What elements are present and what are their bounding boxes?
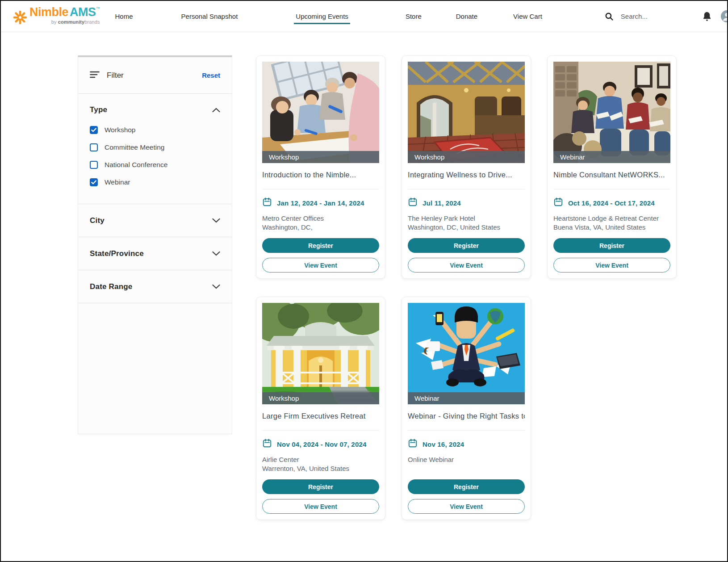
- user-avatar[interactable]: [721, 10, 728, 22]
- filter-option-committee-meeting[interactable]: Committee Meeting: [90, 142, 220, 153]
- divider: [262, 189, 379, 189]
- event-type-badge: Webinar: [408, 392, 525, 404]
- nav-item-view-cart[interactable]: View Cart: [513, 1, 542, 32]
- location-line2: Buena Vista, VA, United States: [553, 223, 670, 232]
- event-location: The Henley Park Hotel Washington, DC, Un…: [408, 214, 525, 238]
- event-image-multitasking-cartoon: Webinar: [408, 303, 525, 404]
- checkbox-national-conference[interactable]: [90, 161, 98, 169]
- event-cards-grid: Workshop Introduction to the Nimble... J…: [256, 55, 677, 520]
- location-line1: Airlie Center: [262, 455, 379, 464]
- location-line1: Online Webinar: [408, 455, 525, 464]
- chevron-down-icon: [212, 218, 220, 223]
- option-label: Workshop: [105, 126, 136, 134]
- option-label: Committee Meeting: [105, 143, 164, 151]
- event-location: Metro Center Offices Washington, DC,: [262, 214, 379, 238]
- event-title: Large Firm Executives Retreat: [262, 412, 379, 423]
- view-event-button[interactable]: View Event: [262, 258, 379, 273]
- event-date: Jul 11, 2024: [423, 199, 461, 207]
- city-section-toggle[interactable]: City: [90, 216, 220, 225]
- event-image-workshop-collaboration: Workshop: [262, 62, 379, 163]
- checkbox-webinar[interactable]: [90, 178, 98, 186]
- register-button[interactable]: Register: [553, 238, 670, 253]
- type-options: Workshop Committee Meeting National Conf…: [90, 124, 220, 194]
- event-card-nimble-consultant-networks: Webinar Nimble Consultant NetWORKS... Oc…: [547, 55, 677, 279]
- register-button[interactable]: Register: [262, 238, 379, 253]
- filter-title: Filter: [107, 71, 124, 80]
- view-event-button[interactable]: View Event: [408, 499, 525, 514]
- event-image-hotel-lobby: Workshop: [408, 62, 525, 163]
- nav-item-home[interactable]: Home: [115, 1, 133, 32]
- event-location: Airlie Center Warrenton, VA, United Stat…: [262, 455, 379, 479]
- type-section-toggle[interactable]: Type: [90, 105, 220, 114]
- divider: [262, 430, 379, 431]
- logo-tagline: by communitybrands: [51, 19, 100, 25]
- event-image-group-discussion: Webinar: [553, 62, 670, 163]
- brand-ams: AMS: [70, 6, 96, 18]
- event-card-integrating-wellness: Workshop Integrating Wellness to Drive..…: [402, 55, 531, 279]
- calendar-icon: [553, 197, 563, 209]
- view-event-button[interactable]: View Event: [553, 258, 670, 273]
- filter-section-city: City: [78, 204, 232, 237]
- nav-item-donate[interactable]: Donate: [456, 1, 477, 32]
- notifications-bell-icon[interactable]: [702, 11, 712, 22]
- event-location: Heartstone Lodge & Retreat Center Buena …: [553, 214, 670, 238]
- calendar-icon: [408, 197, 418, 209]
- location-line1: Metro Center Offices: [262, 214, 379, 223]
- calendar-icon: [262, 197, 272, 209]
- event-title: Webinar - Giving the Right Tasks to...: [408, 412, 525, 423]
- type-section-label: Type: [90, 105, 107, 114]
- chevron-up-icon: [212, 108, 220, 113]
- state-section-toggle[interactable]: State/Province: [90, 249, 220, 258]
- location-line2: Washington, DC,: [262, 223, 379, 232]
- event-date-row: Oct 16, 2024 - Oct 17, 2024: [553, 197, 670, 209]
- filter-section-type: Type Workshop Committee Meeting: [78, 94, 232, 204]
- event-type-badge: Webinar: [553, 151, 670, 163]
- register-button[interactable]: Register: [262, 479, 379, 494]
- location-line2: Washington, DC, United States: [408, 223, 525, 232]
- upcoming-events-page: Nimble AMS ™ by communitybrands Home Per…: [0, 0, 728, 562]
- event-date: Jan 12, 2024 - Jan 14, 2024: [277, 199, 364, 207]
- event-date-row: Nov 16, 2024: [408, 438, 525, 450]
- event-title: Introduction to the Nimble...: [262, 171, 379, 181]
- checkbox-committee-meeting[interactable]: [90, 143, 98, 151]
- event-card-webinar-right-tasks: Webinar Webinar - Giving the Right Tasks…: [402, 297, 531, 520]
- nav-item-upcoming-events[interactable]: Upcoming Events: [296, 1, 348, 32]
- event-card-introduction-nimble: Workshop Introduction to the Nimble... J…: [256, 55, 385, 279]
- header-right-icons: [702, 10, 728, 22]
- state-section-label: State/Province: [90, 249, 144, 258]
- checkbox-workshop[interactable]: [90, 126, 98, 134]
- filter-sidebar: Filter Reset Type Workshop: [78, 55, 232, 434]
- event-date-row: Jul 11, 2024: [408, 197, 525, 209]
- register-button[interactable]: Register: [408, 238, 525, 253]
- view-event-button[interactable]: View Event: [262, 499, 379, 514]
- event-card-large-firm-executives-retreat: Workshop Large Firm Executives Retreat N…: [256, 297, 385, 520]
- reset-filters-link[interactable]: Reset: [202, 71, 220, 79]
- event-location: Online Webinar: [408, 455, 525, 479]
- date-range-section-label: Date Range: [90, 282, 133, 291]
- top-navigation-bar: Nimble AMS ™ by communitybrands Home Per…: [1, 1, 727, 32]
- filter-section-date-range: Date Range: [78, 270, 232, 303]
- event-type-badge: Workshop: [262, 392, 379, 404]
- event-date-row: Jan 12, 2024 - Jan 14, 2024: [262, 197, 379, 209]
- nav-item-personal-snapshot[interactable]: Personal Snapshot: [181, 1, 238, 32]
- filter-option-national-conference[interactable]: National Conference: [90, 159, 220, 171]
- event-date: Nov 16, 2024: [423, 440, 464, 448]
- filter-option-webinar[interactable]: Webinar: [90, 176, 220, 188]
- sidebar-empty-area: [78, 303, 232, 434]
- logo-text: Nimble AMS ™ by communitybrands: [29, 6, 100, 25]
- register-button[interactable]: Register: [408, 479, 525, 494]
- search-input[interactable]: [620, 12, 702, 21]
- filter-header: Filter Reset: [78, 57, 232, 94]
- chevron-down-icon: [212, 251, 220, 256]
- event-image-retreat-pavilion: Workshop: [262, 303, 379, 404]
- nav-item-store[interactable]: Store: [406, 1, 422, 32]
- view-event-button[interactable]: View Event: [408, 258, 525, 273]
- search-icon: [605, 12, 614, 21]
- nimble-ams-logo[interactable]: Nimble AMS ™ by communitybrands: [13, 6, 100, 27]
- filter-option-workshop[interactable]: Workshop: [90, 124, 220, 136]
- location-line1: The Henley Park Hotel: [408, 214, 525, 223]
- event-type-badge: Workshop: [262, 151, 379, 163]
- option-label: National Conference: [105, 161, 167, 169]
- event-title: Integrating Wellness to Drive...: [408, 171, 525, 181]
- date-range-section-toggle[interactable]: Date Range: [90, 282, 220, 291]
